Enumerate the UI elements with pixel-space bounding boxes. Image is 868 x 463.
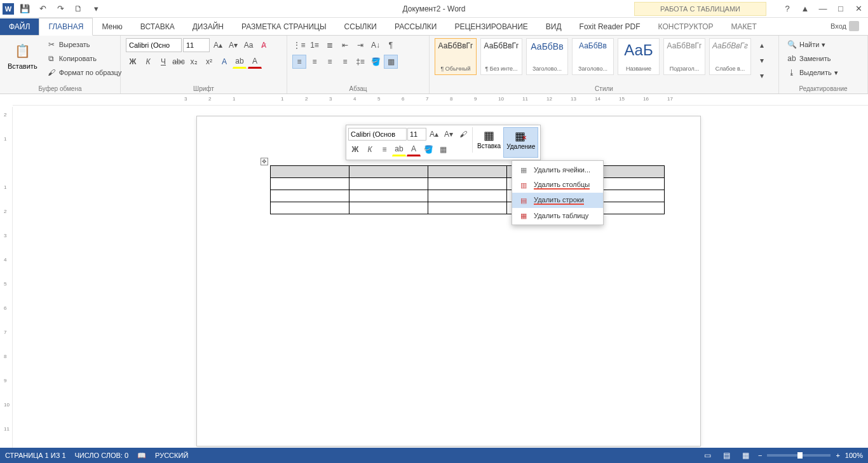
- mini-borders-icon[interactable]: ▦: [436, 142, 450, 156]
- numbering-icon[interactable]: 1≡: [308, 38, 322, 52]
- font-size-combo[interactable]: [183, 38, 210, 52]
- mini-shrink-font-icon[interactable]: A▾: [442, 127, 456, 141]
- subscript-button[interactable]: x₂: [187, 55, 201, 69]
- status-words[interactable]: ЧИСЛО СЛОВ: 0: [75, 452, 129, 460]
- underline-button[interactable]: Ч: [156, 55, 170, 69]
- grow-font-icon[interactable]: A▴: [211, 38, 225, 52]
- undo-icon[interactable]: ↶: [36, 2, 50, 16]
- mini-delete-button[interactable]: ▦✕ Удаление: [503, 127, 538, 158]
- zoom-in-icon[interactable]: +: [836, 452, 839, 459]
- mini-font-size[interactable]: [407, 128, 426, 141]
- show-marks-icon[interactable]: ¶: [384, 38, 398, 52]
- tab-table-layout[interactable]: МАКЕТ: [722, 18, 766, 35]
- view-print-icon[interactable]: ▤: [720, 450, 734, 461]
- increase-indent-icon[interactable]: ⇥: [353, 38, 367, 52]
- redo-icon[interactable]: ↷: [53, 2, 67, 16]
- menu-delete-table[interactable]: ▦Удалить таблицу: [512, 208, 603, 223]
- bullets-icon[interactable]: ⋮≡: [292, 38, 306, 52]
- ribbon-options-icon[interactable]: ▲: [798, 2, 812, 16]
- shading-icon[interactable]: 🪣: [369, 55, 383, 69]
- qat-customize-icon[interactable]: ▾: [89, 2, 103, 16]
- cut-button[interactable]: ✂Вырезать: [44, 38, 125, 51]
- help-icon[interactable]: ?: [780, 2, 794, 16]
- sort-icon[interactable]: A↓: [369, 38, 383, 52]
- text-effects-icon[interactable]: A: [217, 55, 231, 69]
- align-center-icon[interactable]: ≡: [308, 55, 322, 69]
- mini-insert-button[interactable]: ▦ Вставка: [475, 127, 503, 158]
- italic-button[interactable]: К: [141, 55, 155, 69]
- menu-delete-rows[interactable]: ▤Удалить строки: [512, 193, 603, 208]
- style-normal[interactable]: АаБбВвГг¶ Обычный: [435, 38, 477, 75]
- style-title[interactable]: АаБНазвание: [618, 38, 660, 75]
- maximize-icon[interactable]: □: [834, 2, 848, 16]
- tab-design[interactable]: ДИЗАЙН: [184, 18, 233, 35]
- mini-font-name[interactable]: [348, 128, 407, 141]
- mini-shading-icon[interactable]: 🪣: [421, 142, 435, 156]
- table-move-handle[interactable]: ✥: [261, 158, 268, 165]
- status-proofing-icon[interactable]: 📖: [137, 452, 146, 460]
- decrease-indent-icon[interactable]: ⇤: [338, 38, 352, 52]
- superscript-button[interactable]: x²: [202, 55, 216, 69]
- save-icon[interactable]: 💾: [18, 2, 32, 16]
- styles-more-icon[interactable]: ▾: [755, 69, 769, 83]
- tab-page-layout[interactable]: РАЗМЕТКА СТРАНИЦЫ: [233, 18, 336, 35]
- document-table[interactable]: [270, 165, 665, 214]
- status-page[interactable]: СТРАНИЦА 1 ИЗ 1: [5, 452, 66, 460]
- new-doc-icon[interactable]: 🗋: [71, 2, 85, 16]
- status-language[interactable]: РУССКИЙ: [155, 452, 188, 460]
- tab-references[interactable]: ССЫЛКИ: [336, 18, 386, 35]
- borders-icon[interactable]: ▦: [384, 55, 398, 69]
- paste-button[interactable]: 📋 Вставить: [5, 38, 40, 73]
- line-spacing-icon[interactable]: ‡≡: [353, 55, 367, 69]
- font-color-icon[interactable]: A: [248, 55, 262, 69]
- mini-grow-font-icon[interactable]: A▴: [427, 127, 441, 141]
- tab-view[interactable]: ВИД: [537, 18, 571, 35]
- tab-mailings[interactable]: РАССЫЛКИ: [386, 18, 445, 35]
- justify-icon[interactable]: ≡: [338, 55, 352, 69]
- menu-delete-columns[interactable]: ▥Удалить столбцы: [512, 177, 603, 193]
- select-button[interactable]: ⭳Выделить ▾: [784, 66, 841, 79]
- bold-button[interactable]: Ж: [126, 55, 140, 69]
- tab-foxit[interactable]: Foxit Reader PDF: [571, 18, 649, 35]
- mini-format-painter-icon[interactable]: 🖌: [456, 127, 470, 141]
- mini-align-icon[interactable]: ≡: [377, 142, 391, 156]
- format-painter-button[interactable]: 🖌Формат по образцу: [44, 66, 125, 79]
- minimize-icon[interactable]: —: [816, 2, 830, 16]
- font-name-combo[interactable]: [126, 38, 182, 52]
- zoom-slider[interactable]: [767, 454, 831, 457]
- vertical-ruler[interactable]: 211234567891011: [0, 107, 13, 448]
- tab-home[interactable]: ГЛАВНАЯ: [39, 18, 93, 36]
- replace-button[interactable]: abЗаменить: [784, 52, 841, 65]
- style-no-spacing[interactable]: АаБбВвГг¶ Без инте...: [480, 38, 522, 75]
- zoom-out-icon[interactable]: −: [758, 452, 762, 459]
- align-left-icon[interactable]: ≡: [292, 55, 306, 69]
- style-subtle-emphasis[interactable]: АаБбВвГгСлабое в...: [709, 38, 751, 75]
- tab-insert[interactable]: ВСТАВКА: [132, 18, 184, 35]
- horizontal-ruler[interactable]: 3211234567891011121314151617: [13, 94, 868, 106]
- tab-review[interactable]: РЕЦЕНЗИРОВАНИЕ: [445, 18, 536, 35]
- clear-format-icon[interactable]: A̷: [257, 38, 271, 52]
- sign-in[interactable]: Вход: [827, 17, 863, 35]
- change-case-icon[interactable]: Aa: [241, 38, 255, 52]
- find-button[interactable]: 🔍Найти ▾: [784, 38, 841, 51]
- style-heading1[interactable]: АаБбВвЗаголово...: [526, 38, 568, 75]
- shrink-font-icon[interactable]: A▾: [226, 38, 240, 52]
- multilevel-icon[interactable]: ≣: [323, 38, 337, 52]
- strike-button[interactable]: abc: [172, 55, 186, 69]
- zoom-level[interactable]: 100%: [845, 452, 863, 459]
- mini-italic[interactable]: К: [363, 142, 377, 156]
- copy-button[interactable]: ⧉Копировать: [44, 52, 125, 65]
- style-subtitle[interactable]: АаБбВвГгПодзагол...: [663, 38, 705, 75]
- styles-down-icon[interactable]: ▾: [755, 53, 769, 67]
- close-icon[interactable]: ✕: [851, 2, 865, 16]
- highlight-icon[interactable]: ab: [233, 55, 247, 69]
- mini-highlight-icon[interactable]: ab: [392, 142, 406, 156]
- tab-table-design[interactable]: КОНСТРУКТОР: [649, 18, 722, 35]
- tab-menu[interactable]: Меню: [93, 18, 131, 35]
- view-web-icon[interactable]: ▦: [739, 450, 753, 461]
- menu-delete-cells[interactable]: ▦Удалить ячейки...: [512, 162, 603, 177]
- styles-up-icon[interactable]: ▴: [755, 38, 769, 52]
- mini-bold[interactable]: Ж: [348, 142, 362, 156]
- style-heading2[interactable]: АаБбВвЗаголово...: [572, 38, 614, 75]
- view-read-icon[interactable]: ▭: [701, 450, 715, 461]
